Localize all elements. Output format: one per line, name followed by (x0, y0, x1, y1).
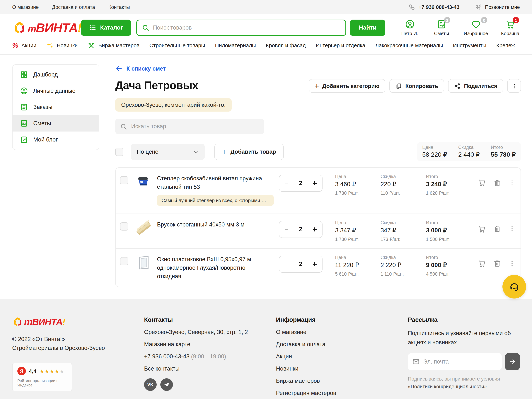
row-checkbox[interactable] (120, 257, 128, 265)
nav-item-roofing[interactable]: Кровля и фасад (266, 43, 306, 48)
row-total: 3 240 ₽ (426, 181, 478, 188)
product-title[interactable]: Окно пластиковое ВхШ 0,95х0,97 м однокам… (157, 255, 268, 281)
nav-item-fasteners[interactable]: Крепеж (496, 43, 515, 48)
nav-item-promos[interactable]: % Акции (12, 41, 36, 50)
row-discount-unit: 173 ₽/шт. (380, 236, 426, 242)
sidebar-item-dashboard[interactable]: Дашборд (13, 66, 99, 83)
sort-select[interactable]: По цене (131, 144, 205, 160)
find-button[interactable]: Найти (350, 19, 385, 36)
catalog-button[interactable]: Каталог (81, 19, 131, 36)
product-comment: Самый лучший степлер из всех, с которыми… (157, 195, 274, 206)
sidebar-item-estimates[interactable]: Сметы (13, 115, 99, 132)
support-chat-button[interactable] (502, 275, 526, 298)
add-product-button[interactable]: + Добавить товар (214, 144, 284, 160)
phone-incoming-icon (475, 4, 481, 10)
search-bar (136, 19, 346, 36)
nav-item-paints[interactable]: Лакокрасочные материалы (375, 43, 443, 48)
qty-plus-button[interactable]: + (312, 225, 317, 234)
footer-phone[interactable]: +7 936 000-43-43 (9:00—19:00) (144, 353, 276, 360)
row-total-unit: 1 620 ₽/шт. (426, 190, 478, 196)
percent-icon: % (12, 41, 19, 50)
footer-link-master-reg[interactable]: Регистрация мастеров (276, 390, 408, 397)
select-all-checkbox[interactable] (115, 148, 123, 156)
chevron-down-icon (193, 149, 199, 155)
search-icon (120, 123, 127, 130)
footer-all-contacts-link[interactable]: Все контакты (144, 366, 276, 372)
blog-pencil-icon (20, 136, 28, 144)
add-to-cart-icon[interactable] (478, 178, 486, 187)
qty-minus-button[interactable]: − (285, 179, 289, 187)
newsletter-text: Подпишитесь и узнавайте первыми об акция… (408, 329, 520, 347)
row-price: 11 220 ₽ (335, 261, 380, 268)
qty-minus-button[interactable]: − (285, 225, 289, 233)
account-button[interactable]: Петр И. (400, 19, 419, 36)
product-title[interactable]: Брусок строганный 40х50 мм 3 м (157, 220, 279, 229)
row-kebab-icon[interactable] (508, 260, 516, 267)
footer-link-new[interactable]: Новинки (276, 366, 408, 372)
nav-item-tools[interactable]: Инструменты (453, 43, 486, 48)
sidebar-item-personal[interactable]: Личные данные (13, 83, 99, 99)
more-actions-button[interactable] (507, 79, 521, 93)
row-total: 3 000 ₽ (426, 227, 478, 234)
yandex-rating-widget[interactable]: Я 4,4 ★★★★★★★★★★ Рейтинг организации в Я… (12, 363, 72, 392)
newsletter-submit-button[interactable] (505, 353, 520, 370)
sidebar-item-orders[interactable]: Заказы (13, 99, 99, 115)
nav-item-construction[interactable]: Строительные товары (149, 43, 205, 48)
qty-value: 2 (299, 226, 302, 233)
telegram-icon[interactable] (160, 379, 173, 391)
topbar-link-about[interactable]: О магазине (12, 4, 39, 10)
favorites-button[interactable]: 0 Избранное (464, 19, 488, 36)
back-to-estimates-link[interactable]: К списку смет (115, 65, 521, 72)
estimates-button[interactable]: 2 Сметы (432, 19, 451, 36)
delete-icon[interactable] (493, 179, 501, 187)
product-search-input[interactable] (131, 123, 259, 130)
add-to-cart-icon[interactable] (478, 224, 486, 233)
footer-map-link[interactable]: Магазин на карте (144, 341, 276, 348)
footer-link-masters[interactable]: Биржа мастеров (276, 378, 408, 384)
row-checkbox[interactable] (120, 222, 128, 230)
totals-total: 55 780 ₽ (491, 151, 516, 158)
row-price: 3 460 ₽ (335, 181, 380, 188)
newsletter-disclaimer: Подписываясь, вы принимаете условия «Пол… (408, 375, 519, 391)
footer-link-promos[interactable]: Акции (276, 353, 408, 360)
nav-item-lumber[interactable]: Пиломатериалы (215, 43, 256, 48)
delete-icon[interactable] (493, 225, 501, 233)
privacy-policy-link[interactable]: «Политики конфиденциальности» (408, 384, 487, 389)
delete-icon[interactable] (493, 259, 501, 267)
topbar-phone[interactable]: +7 936 000-43-43 (409, 4, 460, 10)
logo[interactable]: тВИНТА! (12, 20, 76, 35)
footer-link-delivery[interactable]: Доставка и оплата (276, 341, 408, 348)
email-field[interactable] (423, 358, 497, 365)
row-checkbox[interactable] (120, 176, 128, 184)
cart-button[interactable]: 1 Корзина (500, 19, 520, 36)
table-row: Степлер скобозабивной витая пружина стал… (116, 168, 520, 213)
nav-item-masters[interactable]: Биржа мастеров (88, 42, 139, 49)
product-list: Степлер скобозабивной витая пружина стал… (115, 167, 521, 287)
share-button[interactable]: Поделиться (448, 79, 503, 93)
topbar-link-delivery[interactable]: Доставка и оплата (52, 4, 95, 10)
qty-plus-button[interactable]: + (312, 179, 317, 188)
add-category-button[interactable]: + Добавить категорию (309, 79, 385, 93)
copy-button[interactable]: Копировать (389, 79, 444, 93)
sidebar-item-blog[interactable]: Мой блог (13, 132, 99, 148)
product-image-beam (136, 220, 152, 236)
table-row: Брусок строганный 40х50 мм 3 м − 2 + Цен… (116, 213, 520, 248)
product-search-bar (115, 119, 264, 134)
nav-item-interior[interactable]: Интерьер и отделка (316, 43, 365, 48)
callback-button[interactable]: Позвоните мне (475, 4, 520, 10)
qty-plus-button[interactable]: + (312, 260, 317, 268)
row-total-unit: 4 500 ₽/шт. (426, 271, 478, 277)
qty-minus-button[interactable]: − (285, 260, 289, 268)
vk-icon[interactable]: VK (144, 379, 157, 391)
row-kebab-icon[interactable] (508, 225, 516, 232)
footer-logo[interactable]: тВИНТА! (12, 317, 76, 328)
topbar-link-contacts[interactable]: Контакты (108, 4, 130, 10)
footer-link-about[interactable]: О магазине (276, 329, 408, 336)
share-icon (454, 82, 461, 89)
row-kebab-icon[interactable] (508, 179, 516, 186)
nav-item-new[interactable]: Новинки (46, 42, 78, 49)
product-title[interactable]: Степлер скобозабивной витая пружина стал… (157, 174, 279, 191)
copy-icon (395, 82, 402, 89)
add-to-cart-icon[interactable] (478, 259, 486, 268)
search-input[interactable] (153, 24, 341, 31)
